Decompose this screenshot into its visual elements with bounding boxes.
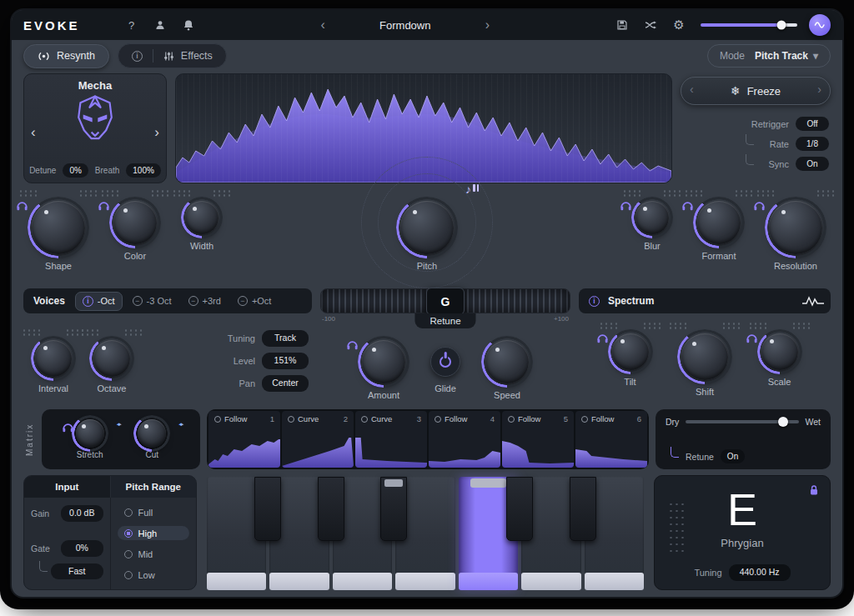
detune-value[interactable]: 0% <box>63 163 88 178</box>
retune-note-display[interactable]: G <box>426 288 465 315</box>
spectrum-title: Spectrum <box>608 295 654 307</box>
blur-knob-label: Blur <box>644 241 661 251</box>
info-icon[interactable]: i <box>589 296 600 307</box>
bell-icon[interactable] <box>178 15 198 35</box>
mod-cell-3[interactable]: Curve3 <box>355 411 427 468</box>
bipolar-icon[interactable]: ◂▸ <box>178 421 183 428</box>
mod-cell-2[interactable]: Curve2 <box>282 411 354 468</box>
voice-button-plus-oct[interactable]: − +Oct <box>231 293 279 309</box>
freeze-next-icon[interactable]: › <box>817 83 821 96</box>
headphone-icon[interactable] <box>746 332 757 347</box>
current-key-note[interactable]: E <box>727 486 757 533</box>
current-scale[interactable]: Phrygian <box>721 537 763 549</box>
pan-value[interactable]: Center <box>262 375 309 392</box>
glide-button[interactable] <box>430 347 460 377</box>
cut-knob[interactable] <box>138 419 166 448</box>
note-pause-icon[interactable]: ♪ <box>465 183 479 196</box>
note-glyph: ♪ <box>465 183 471 196</box>
level-value[interactable]: 151% <box>262 353 309 369</box>
headphone-icon[interactable] <box>98 199 109 214</box>
retune-ribbon-slider[interactable]: G <box>320 288 570 313</box>
mod-cell-5[interactable]: Follow5 <box>502 411 574 468</box>
shape-knob[interactable] <box>32 201 85 254</box>
breath-value[interactable]: 100% <box>126 163 161 178</box>
headphone-icon[interactable] <box>347 338 358 353</box>
help-icon[interactable]: ? <box>122 15 142 35</box>
scale-knob-label: Scale <box>768 377 791 387</box>
speed-knob[interactable] <box>485 340 529 383</box>
bipolar-icon[interactable]: ◂▸ <box>117 421 121 428</box>
piano-black-key[interactable] <box>254 477 281 541</box>
interval-knob-group: Interval <box>35 328 72 393</box>
freeze-prev-icon[interactable]: ‹ <box>690 83 694 96</box>
output-volume-slider[interactable] <box>701 23 797 27</box>
rate-value[interactable]: 1/8 <box>796 137 829 151</box>
pitch-range-option-full[interactable]: Full <box>118 505 190 519</box>
tilt-knob[interactable] <box>612 333 649 370</box>
amount-knob[interactable] <box>362 340 405 383</box>
pitch-range-option-mid[interactable]: Mid <box>118 547 190 561</box>
mod-cell-6[interactable]: Follow6 <box>575 411 647 468</box>
mod-cell-1[interactable]: Follow1 <box>208 411 280 468</box>
voice-button-minus-oct[interactable]: i -Oct <box>75 292 123 311</box>
character-next-button[interactable]: › <box>154 124 159 141</box>
matrix-retune-value[interactable]: On <box>721 449 745 463</box>
pause-bar <box>477 184 480 192</box>
voice-button-plus-3rd[interactable]: − +3rd <box>182 293 228 309</box>
headphone-icon[interactable] <box>17 199 28 214</box>
cell-number: 4 <box>490 414 495 423</box>
mode-selector[interactable]: Mode Pitch Track ▾ <box>707 44 831 68</box>
piano-black-key[interactable] <box>318 477 344 541</box>
cell-mode-icon <box>214 416 221 423</box>
cell-label: Follow <box>591 414 614 423</box>
retrigger-value[interactable]: Off <box>796 117 829 131</box>
headphone-icon[interactable] <box>754 199 765 214</box>
pitch-knob[interactable] <box>400 201 454 254</box>
resolution-knob[interactable] <box>769 201 822 254</box>
gate-value[interactable]: 0% <box>61 540 103 557</box>
stretch-knob[interactable] <box>76 419 104 448</box>
save-icon[interactable] <box>612 15 632 35</box>
character-prev-button[interactable]: ‹ <box>31 124 36 141</box>
octave-knob[interactable] <box>93 340 130 377</box>
piano-black-key[interactable] <box>380 477 407 541</box>
mod-cell-4[interactable]: Follow4 <box>429 411 500 468</box>
headphone-icon[interactable] <box>620 199 631 214</box>
formant-knob[interactable] <box>697 201 741 244</box>
color-knob[interactable] <box>113 201 157 244</box>
width-knob[interactable] <box>185 201 219 234</box>
gate-speed-value[interactable]: Fast <box>51 563 103 580</box>
sync-value[interactable]: On <box>796 157 829 171</box>
piano-black-key[interactable] <box>570 477 596 541</box>
info-icon[interactable]: i <box>132 51 143 62</box>
user-icon[interactable] <box>150 15 170 35</box>
dry-wet-handle[interactable] <box>778 417 788 427</box>
headphone-icon[interactable] <box>597 332 608 347</box>
lock-icon[interactable] <box>808 484 820 499</box>
interval-knob[interactable] <box>35 340 72 377</box>
headphone-icon[interactable] <box>682 199 693 214</box>
preset-next-button[interactable]: › <box>480 18 495 32</box>
preset-name[interactable]: Formdown <box>339 19 472 32</box>
randomize-icon[interactable] <box>640 15 661 35</box>
master-tuning-value[interactable]: 440.00 Hz <box>729 564 791 581</box>
tuning-value[interactable]: Track <box>262 330 309 347</box>
dot-grid <box>123 328 143 337</box>
tab-effects[interactable]: i Effects <box>118 43 227 68</box>
preset-prev-button[interactable]: ‹ <box>315 18 329 32</box>
scale-knob[interactable] <box>761 333 798 370</box>
tooltip-toggle-button[interactable] <box>809 14 831 36</box>
freeze-button[interactable]: ‹ ❄ Freeze › <box>681 77 831 105</box>
pitch-range-option-low[interactable]: Low <box>118 568 190 582</box>
voice-button-minus-3oct[interactable]: − -3 Oct <box>126 293 178 309</box>
gain-value[interactable]: 0.0 dB <box>61 505 103 522</box>
shift-knob[interactable] <box>681 333 728 380</box>
pitch-range-option-high[interactable]: High <box>118 526 190 540</box>
amount-knob-group: Amount <box>362 332 405 400</box>
tab-resynth[interactable]: Resynth <box>23 44 109 68</box>
blur-knob[interactable] <box>635 201 669 234</box>
volume-slider-handle[interactable] <box>777 21 786 30</box>
settings-gear-icon[interactable]: ⚙ <box>669 15 689 35</box>
piano-black-key[interactable] <box>506 477 533 541</box>
dry-wet-slider[interactable] <box>686 420 798 423</box>
